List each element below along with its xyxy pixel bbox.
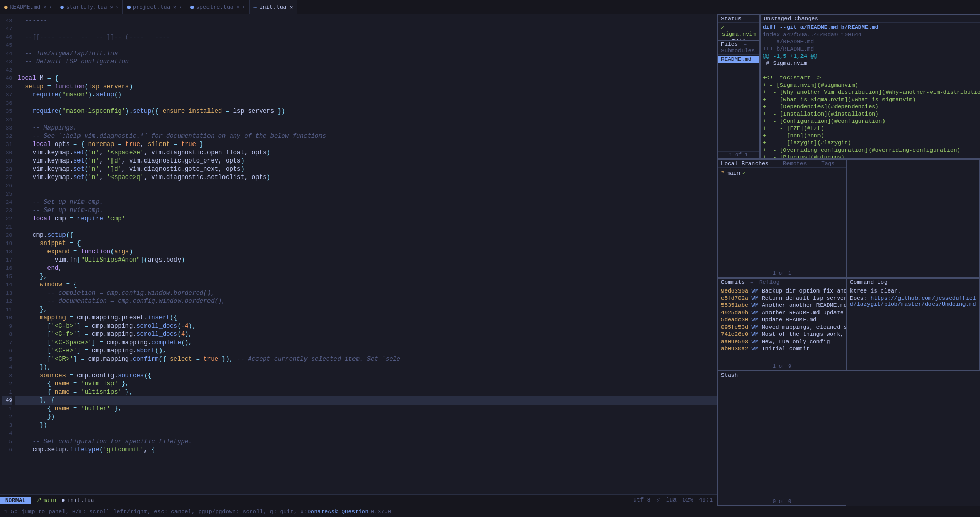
commits-panel-footer: 1 of 9 [718, 363, 846, 370]
lua-icon: ✏ [254, 4, 258, 10]
stash-panel-footer: 0 of 0 [718, 498, 846, 505]
close-icon[interactable]: ✕ [173, 4, 176, 10]
stash-panel: Stash 0 of 0 [717, 371, 846, 506]
ask-question-link[interactable]: Ask Question [328, 509, 368, 515]
pin-icon: › [242, 4, 245, 10]
commit-row-9[interactable]: ab0930a2 WM Initial commit [718, 345, 846, 352]
diff-add6: + - [Installation](#installation) [761, 110, 980, 118]
tab-label: init.lua [259, 4, 286, 10]
filename-text: init.lua [67, 497, 94, 504]
commits-label: Commits [721, 279, 745, 285]
diff-header: diff --git a/README.md b/README.md [761, 24, 980, 31]
branch-name: main [727, 170, 740, 176]
star-icon: * [721, 170, 725, 176]
commit-row-8[interactable]: aa09e598 WM New, Lua only config [718, 338, 846, 345]
middle-row: Local Branches – Remotes – Tags * main ✓ [717, 159, 980, 278]
files-label: Files [721, 41, 738, 47]
encoding: utf-8 [633, 497, 650, 504]
diff-add7: + - [Configuration](#configuration) [761, 118, 980, 125]
reflog-label: Reflog [759, 279, 780, 285]
code-area: ------ --[[---- ---- -- -- ]]-- (---- --… [15, 14, 717, 494]
commits-panel: Commits – Reflog 9ed6330a WM Backup dir … [717, 278, 846, 370]
tab-project[interactable]: ● project.lua ✕ › [123, 0, 186, 14]
stash-panel-title: Stash [718, 371, 846, 379]
tags-label: Tags [821, 160, 834, 167]
diff-hunk: @@ -1,5 +1,24 @@ [761, 53, 980, 60]
status-panel-title: Status [718, 15, 759, 23]
command-log-panel: Command Log ktree is clear. Docs: https:… [846, 278, 980, 370]
diff-continued [846, 159, 980, 278]
files-panel-content[interactable]: README.md [718, 55, 759, 151]
diff-empty [761, 67, 980, 74]
file-item-readme[interactable]: README.md [718, 56, 759, 63]
format: lua [666, 497, 677, 504]
position: 49:1 [699, 497, 713, 504]
branches-content[interactable]: * main ✓ [718, 168, 846, 270]
left-top-col: Status ✓ sigma.nvim → main Files – [717, 14, 760, 159]
diff-meta2: --- a/README.md [761, 38, 980, 45]
files-panel-title: Files – Submodules [718, 41, 759, 55]
files-panel-footer: 1 of 1 [718, 151, 759, 158]
commits-content[interactable]: 9ed6330a WM Backup dir option fix and e5… [718, 286, 846, 363]
tab-startify[interactable]: ● startify.lua ✕ › [56, 0, 123, 14]
hint-version: 0.37.0 [371, 509, 391, 515]
commit-row-5[interactable]: 5deadc30 WM Update README.md [718, 316, 846, 324]
current-check-icon: ✓ [742, 170, 746, 176]
check-icon: ✓ [721, 25, 725, 31]
tab-spectre[interactable]: ● spectre.lua ✕ › [186, 0, 250, 14]
status-text: sigma.nvim [722, 31, 756, 37]
cmd-line-1: ktree is clear. [847, 287, 979, 295]
editor-pane: 48474645 44434240 38373635 34333231 3029… [0, 14, 717, 506]
command-log-content: ktree is clear. Docs: https://github.com… [847, 286, 979, 370]
close-icon[interactable]: ✕ [43, 4, 46, 10]
editor-content[interactable]: 48474645 44434240 38373635 34333231 3029… [0, 14, 717, 494]
donate-link[interactable]: Donate [308, 509, 328, 515]
diff-add3: + - [Why another Vim distribution](#why-… [761, 89, 980, 96]
sep3: – [812, 160, 816, 167]
line-numbers: 48474645 44434240 38373635 34333231 3029… [0, 14, 15, 494]
diff-add12: + - [Plugins](#plugins) [761, 154, 980, 158]
top-row: Status ✓ sigma.nvim → main Files – [717, 14, 980, 159]
diff-add8: + - [FZF](#fzf) [761, 125, 980, 132]
commit-row-4[interactable]: 4925da9b WM Another README.md update [718, 309, 846, 316]
diff-add10: + - [lazygit](#lazygit) [761, 139, 980, 147]
commit-row-6[interactable]: 095fe53d WM Moved mappings, cleaned s [718, 324, 846, 331]
right-panels: Status ✓ sigma.nvim → main Files – [717, 14, 980, 506]
close-icon[interactable]: ✕ [110, 4, 113, 10]
unstaged-panel: Unstaged Changes diff --git a/README.md … [760, 14, 980, 159]
mode-badge: NORMAL [0, 497, 31, 504]
docs-link[interactable]: https://github.com/jesseduffield/lazygit… [850, 295, 976, 308]
unstaged-content[interactable]: diff --git a/README.md b/README.md index… [761, 23, 980, 158]
commit-row-7[interactable]: 741c26c0 WM Most of the things work, [718, 331, 846, 338]
diff-meta3: +++ b/README.md [761, 45, 980, 53]
status-bar: NORMAL ⎇ main ● init.lua utf-8 ⚡ lua 52%… [0, 494, 717, 506]
tab-label: project.lua [133, 4, 170, 10]
format-icon: ⚡ [656, 497, 660, 504]
filename: ● [61, 497, 65, 504]
tab-label: spectre.lua [196, 4, 234, 10]
diff-add1: +<!--toc:start--> [761, 74, 980, 82]
commit-row-2[interactable]: e5fd702a WM Return default lsp_server [718, 295, 846, 302]
commit-row-3[interactable]: 55351abc WM Another another README.md [718, 302, 846, 309]
hint-text: 1-5: jump to panel, H/L: scroll left/rig… [4, 509, 308, 515]
sep4: – [750, 279, 754, 285]
git-branch-icon: ⎇ [35, 497, 42, 504]
local-branches-label: Local Branches [721, 160, 768, 167]
md-icon: ● [4, 4, 8, 10]
command-log-title: Command Log [847, 279, 979, 286]
lua-icon: ● [190, 4, 194, 10]
cmd-line-2: Docs: https://github.com/jesseduffield/l… [847, 295, 979, 308]
tab-readme[interactable]: ● README.md ✕ › [0, 0, 56, 14]
branches-panel-footer: 1 of 1 [718, 270, 846, 277]
tabs-bar: ● README.md ✕ › ● startify.lua ✕ › ● pro… [0, 0, 980, 14]
status-panel: Status ✓ sigma.nvim → main [717, 14, 760, 40]
branches-panel-title: Local Branches – Remotes – Tags [718, 160, 846, 168]
bottom-hint-bar: 1-5: jump to panel, H/L: scroll left/rig… [0, 506, 980, 517]
tab-init[interactable]: ✏ init.lua ✕ [250, 0, 298, 14]
close-icon[interactable]: ✕ [290, 4, 293, 10]
diff-add4: + - [What is Sigma.nvim](#what-is-sigman… [761, 96, 980, 103]
branch-item-main[interactable]: * main ✓ [718, 169, 846, 177]
commit-row-1[interactable]: 9ed6330a WM Backup dir option fix and [718, 287, 846, 295]
close-icon[interactable]: ✕ [237, 4, 240, 10]
submodules-label: Submodules [721, 47, 755, 54]
